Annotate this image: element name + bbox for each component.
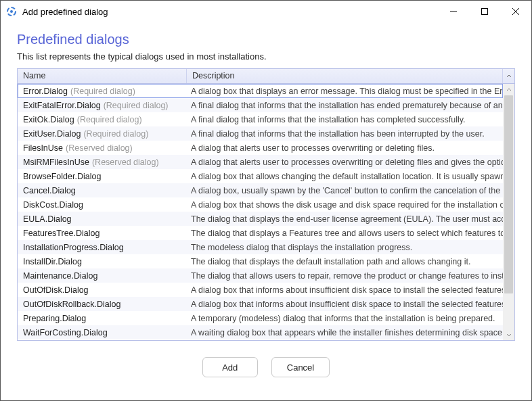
table-row[interactable]: FeaturesTree.DialogThe dialog that displ…: [18, 226, 503, 240]
table-row[interactable]: ExitOk.Dialog(Required dialog)A final di…: [18, 112, 503, 126]
dialog-description-cell: The dialog that displays the default ins…: [187, 257, 503, 266]
table-row[interactable]: Error.Dialog(Required dialog)A dialog bo…: [18, 84, 503, 98]
dialog-tag: (Required dialog): [83, 129, 148, 139]
dialog-name-cell: InstallationProgress.Dialog: [18, 243, 187, 252]
dialog-description-cell: The modeless dialog that displays the in…: [187, 243, 503, 252]
dialog-tag: (Required dialog): [70, 87, 135, 96]
dialog-name-cell: ExitFatalError.Dialog(Required dialog): [18, 101, 187, 110]
dialog-tag: (Required dialog): [77, 115, 142, 124]
add-button[interactable]: Add: [202, 357, 258, 377]
dialog-name: OutOfDisk.Dialog: [23, 285, 89, 295]
dialog-name-cell: MsiRMFilesInUse(Reserved dialog): [18, 158, 187, 167]
table-row[interactable]: Cancel.DialogA dialog box, usually spawn…: [18, 183, 503, 197]
vertical-scrollbar[interactable]: [503, 84, 514, 340]
dialog-description-cell: A dialog that alerts user to processes o…: [187, 158, 503, 167]
dialog-name-cell: EULA.Dialog: [18, 214, 187, 224]
dialog-name: OutOfDiskRollback.Dialog: [23, 300, 121, 309]
dialog-name: ExitUser.Dialog: [23, 129, 81, 139]
cancel-button[interactable]: Cancel: [271, 357, 330, 377]
column-header-description[interactable]: Description: [187, 69, 503, 83]
dialog-description-cell: A dialog box, usually spawn by the 'Canc…: [187, 186, 503, 195]
dialog-name-cell: BrowseFolder.Dialog: [18, 172, 187, 181]
dialog-content: Predefined dialogs This list represents …: [1, 22, 531, 377]
table-row[interactable]: WaitForCosting.DialogA waiting dialog bo…: [18, 325, 503, 339]
dialog-tag: (Required dialog): [104, 101, 169, 110]
dialog-name: Error.Dialog: [23, 87, 68, 96]
dialog-description-cell: A dialog box that allows changing the de…: [187, 172, 503, 181]
dialog-footer: Add Cancel: [17, 341, 515, 377]
dialog-description-cell: A final dialog that informs that the ins…: [187, 101, 503, 110]
dialog-name-cell: Error.Dialog(Required dialog): [18, 87, 187, 96]
dialog-name: FilesInUse: [23, 143, 63, 153]
table-row[interactable]: Preparing.DialogA temporary (modeless) d…: [18, 311, 503, 325]
dialog-description-cell: A temporary (modeless) dialog that infor…: [187, 314, 503, 323]
dialog-name: InstallDir.Dialog: [23, 257, 82, 266]
table-row[interactable]: InstallDir.DialogThe dialog that display…: [18, 254, 503, 268]
dialog-name-cell: FilesInUse(Reserved dialog): [18, 143, 187, 153]
window-titlebar: Add predefined dialog: [1, 1, 531, 22]
scrollbar-track[interactable]: [503, 95, 514, 329]
dialog-description-cell: A final dialog that informs that the ins…: [187, 115, 503, 124]
dialog-name-cell: ExitOk.Dialog(Required dialog): [18, 115, 187, 124]
dialog-name-cell: Preparing.Dialog: [18, 314, 187, 323]
table-row[interactable]: ExitUser.Dialog(Required dialog)A final …: [18, 126, 503, 141]
dialog-description-cell: A dialog box that informs about insuffic…: [187, 285, 503, 295]
dialog-name: BrowseFolder.Dialog: [23, 172, 101, 181]
dialog-name: Preparing.Dialog: [23, 314, 86, 323]
dialog-name-cell: ExitUser.Dialog(Required dialog): [18, 129, 187, 139]
table-row[interactable]: EULA.DialogThe dialog that displays the …: [18, 212, 503, 226]
dialog-description-cell: A dialog box that shows the disk usage a…: [187, 200, 503, 210]
dialog-tag: (Reserved dialog): [92, 158, 159, 167]
scrollbar-thumb[interactable]: [504, 95, 513, 293]
svg-rect-2: [482, 9, 488, 15]
scroll-down-icon[interactable]: [503, 329, 514, 340]
page-subtitle: This list represents the typical dialogs…: [17, 51, 515, 62]
table-header: Name Description: [18, 69, 514, 84]
dialog-name: DiskCost.Dialog: [23, 200, 83, 210]
dialog-name: ExitOk.Dialog: [23, 115, 74, 124]
table-body: Error.Dialog(Required dialog)A dialog bo…: [18, 84, 514, 340]
window-maximize-button[interactable]: [469, 1, 500, 22]
dialog-name: Maintenance.Dialog: [23, 271, 98, 281]
table-row[interactable]: MsiRMFilesInUse(Reserved dialog)A dialog…: [18, 155, 503, 169]
page-title: Predefined dialogs: [17, 32, 515, 47]
dialog-name-cell: FeaturesTree.Dialog: [18, 229, 187, 238]
window-close-button[interactable]: [500, 1, 531, 22]
window-minimize-button[interactable]: [438, 1, 469, 22]
dialog-name-cell: OutOfDiskRollback.Dialog: [18, 300, 187, 309]
dialog-name-cell: OutOfDisk.Dialog: [18, 285, 187, 295]
dialog-description-cell: A waiting dialog box that appears while …: [187, 328, 503, 337]
dialog-tag: (Reserved dialog): [66, 143, 133, 153]
dialogs-table: Name Description Error.Dialog(Required d…: [17, 68, 515, 341]
scroll-up-icon[interactable]: [503, 84, 514, 95]
table-row[interactable]: BrowseFolder.DialogA dialog box that all…: [18, 169, 503, 183]
dialog-name: MsiRMFilesInUse: [23, 158, 89, 167]
table-row[interactable]: Maintenance.DialogThe dialog that allows…: [18, 268, 503, 283]
table-row[interactable]: OutOfDiskRollback.DialogA dialog box tha…: [18, 297, 503, 311]
dialog-description-cell: The dialog that allows users to repair, …: [187, 271, 503, 281]
table-row[interactable]: InstallationProgress.DialogThe modeless …: [18, 240, 503, 254]
dialog-name-cell: WaitForCosting.Dialog: [18, 328, 187, 337]
column-header-name[interactable]: Name: [18, 69, 187, 83]
table-row[interactable]: ExitFatalError.Dialog(Required dialog)A …: [18, 98, 503, 112]
table-row[interactable]: OutOfDisk.DialogA dialog box that inform…: [18, 283, 503, 297]
svg-point-1: [10, 10, 13, 13]
window-title: Add predefined dialog: [22, 7, 108, 17]
dialog-name: WaitForCosting.Dialog: [23, 328, 108, 337]
dialog-description-cell: A dialog box that informs about insuffic…: [187, 300, 503, 309]
dialog-name: Cancel.Dialog: [23, 186, 76, 195]
dialog-name: ExitFatalError.Dialog: [23, 101, 101, 110]
dialog-name-cell: Cancel.Dialog: [18, 186, 187, 195]
dialog-description-cell: The dialog that displays a Features tree…: [187, 229, 503, 238]
table-row[interactable]: DiskCost.DialogA dialog box that shows t…: [18, 197, 503, 212]
table-row[interactable]: FilesInUse(Reserved dialog)A dialog that…: [18, 141, 503, 155]
dialog-name-cell: DiskCost.Dialog: [18, 200, 187, 210]
app-icon: [6, 6, 17, 17]
column-header-scroll-up-icon[interactable]: [503, 69, 514, 83]
dialog-description-cell: A final dialog that informs that the ins…: [187, 129, 503, 139]
dialog-description-cell: The dialog that displays the end-user li…: [187, 214, 503, 224]
dialog-description-cell: A dialog box that displays an error mess…: [187, 87, 503, 96]
dialog-name: FeaturesTree.Dialog: [23, 229, 99, 238]
dialog-name-cell: Maintenance.Dialog: [18, 271, 187, 281]
dialog-description-cell: A dialog that alerts user to processes o…: [187, 143, 503, 153]
